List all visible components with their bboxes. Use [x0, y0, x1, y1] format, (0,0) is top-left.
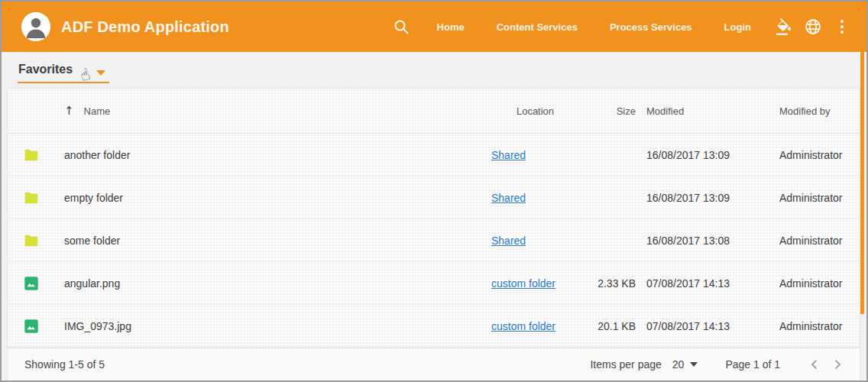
row-location-link[interactable]: Shared	[491, 149, 526, 161]
table-header-row: ↑ Name Location Size Modified Modified b…	[8, 89, 860, 134]
title-underline	[18, 82, 109, 83]
scroll-accent-strip[interactable]	[860, 52, 864, 314]
avatar[interactable]	[21, 12, 50, 41]
folder-icon	[23, 147, 40, 163]
more-menu-icon[interactable]	[831, 16, 853, 37]
dropdown-caret-icon[interactable]	[96, 70, 105, 76]
column-header-modified-by[interactable]: Modified by	[779, 105, 841, 117]
column-header-modified[interactable]: Modified	[646, 105, 769, 117]
table-body: another folder Shared 16/08/2017 13:09 A…	[8, 134, 860, 348]
showing-label: Showing 1-5 of 5	[24, 358, 105, 371]
table-row[interactable]: empty folder Shared 16/08/2017 13:09 Adm…	[8, 176, 860, 219]
nav-item-home[interactable]: Home	[421, 14, 481, 40]
row-modified: 07/08/2017 14:13	[646, 277, 769, 290]
previous-page-button[interactable]	[803, 353, 826, 376]
row-modified-by: Administrator	[779, 320, 842, 332]
app-header: ADF Demo Application Home Content Servic…	[2, 2, 866, 52]
next-page-button[interactable]	[826, 353, 849, 376]
search-icon[interactable]	[392, 18, 410, 36]
row-modified: 16/08/2017 13:09	[646, 149, 769, 161]
folder-icon	[23, 189, 40, 206]
page-indicator: Page 1 of 1	[725, 358, 780, 371]
table-row[interactable]: IMG_0973.jpg custom folder 20.1 KB 07/08…	[8, 305, 860, 348]
pagination-bar: Showing 1-5 of 5 Items per page 20 Page …	[8, 348, 860, 380]
column-header-location[interactable]: Location	[491, 105, 579, 117]
row-modified: 16/08/2017 13:08	[646, 235, 769, 247]
sort-ascending-icon: ↑	[64, 104, 74, 118]
row-modified-by: Administrator	[779, 277, 842, 290]
table-row[interactable]: angular.png custom folder 2.33 KB 07/08/…	[8, 262, 860, 305]
items-per-page-caret-icon	[690, 362, 698, 367]
row-location-link[interactable]: Shared	[491, 235, 526, 247]
row-size: 2.33 KB	[590, 277, 636, 290]
row-name: angular.png	[64, 277, 481, 290]
table-row[interactable]: some folder Shared 16/08/2017 13:08 Admi…	[8, 219, 860, 262]
main-nav: Home Content Services Process Services L…	[421, 14, 767, 40]
row-location-link[interactable]: custom folder	[491, 320, 555, 332]
nav-item-content-services[interactable]: Content Services	[481, 14, 594, 40]
image-file-icon	[23, 275, 40, 292]
row-name: empty folder	[64, 192, 481, 204]
row-modified-by: Administrator	[779, 192, 842, 204]
color-fill-icon[interactable]	[773, 16, 795, 37]
document-list-panel: ↑ Name Location Size Modified Modified b…	[8, 89, 860, 380]
user-avatar-icon	[21, 12, 50, 41]
row-location-link[interactable]: Shared	[491, 192, 526, 204]
table-row[interactable]: another folder Shared 16/08/2017 13:09 A…	[8, 134, 860, 176]
app-title: ADF Demo Application	[61, 18, 229, 36]
app-window: ADF Demo Application Home Content Servic…	[0, 0, 868, 382]
row-size: 20.1 KB	[590, 320, 636, 332]
column-header-size[interactable]: Size	[590, 105, 636, 117]
items-per-page-value: 20	[672, 358, 685, 371]
nav-item-login[interactable]: Login	[708, 14, 767, 40]
row-modified: 16/08/2017 13:09	[646, 192, 769, 204]
language-globe-icon[interactable]	[802, 16, 824, 37]
row-name: another folder	[64, 149, 481, 161]
folder-icon	[23, 232, 40, 249]
row-name: IMG_0973.jpg	[64, 320, 481, 332]
toolbar: Favorites ☝	[2, 52, 866, 89]
page-title[interactable]: Favorites	[18, 63, 73, 76]
image-file-icon	[23, 318, 40, 335]
row-modified-by: Administrator	[779, 149, 842, 161]
items-per-page-select[interactable]: 20	[672, 358, 698, 371]
row-modified: 07/08/2017 14:13	[646, 320, 769, 332]
row-location-link[interactable]: custom folder	[491, 277, 555, 290]
nav-item-process-services[interactable]: Process Services	[594, 14, 708, 40]
row-name: some folder	[64, 235, 481, 247]
items-per-page-label: Items per page	[590, 358, 661, 371]
column-header-name[interactable]: ↑ Name	[64, 104, 481, 118]
row-modified-by: Administrator	[779, 235, 842, 247]
